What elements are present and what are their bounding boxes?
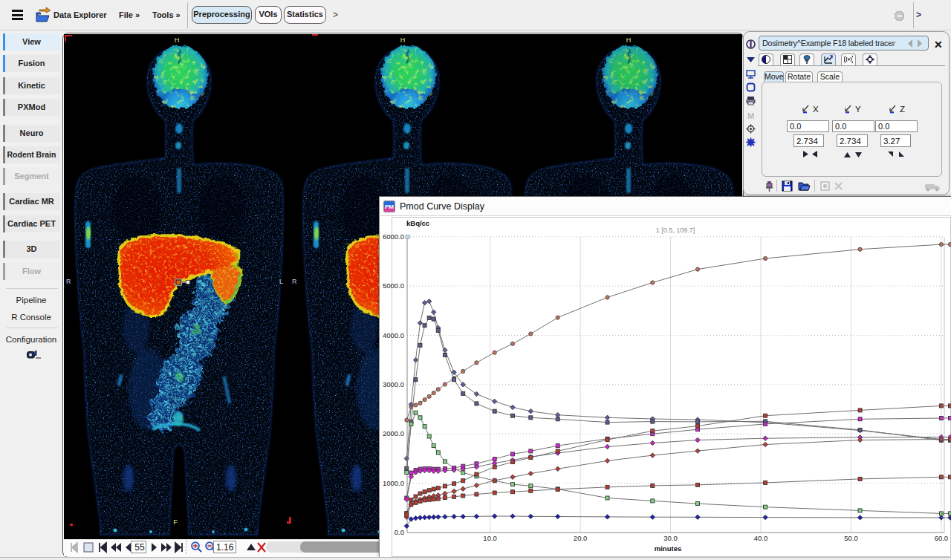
svg-text:2000.0: 2000.0 bbox=[383, 429, 404, 437]
svg-text:10.0: 10.0 bbox=[483, 534, 497, 542]
svg-text:60.0: 60.0 bbox=[935, 534, 949, 542]
svg-text:30.0: 30.0 bbox=[663, 534, 678, 542]
svg-text:minutes: minutes bbox=[655, 544, 681, 553]
svg-text:F: F bbox=[173, 518, 178, 526]
svg-text:PM: PM bbox=[385, 204, 394, 210]
svg-text:H: H bbox=[175, 36, 180, 44]
svg-text:50.0: 50.0 bbox=[844, 534, 858, 542]
svg-text:40.0: 40.0 bbox=[754, 534, 768, 542]
svg-text:1 [0.5, 109.7]: 1 [0.5, 109.7] bbox=[656, 227, 695, 234]
svg-text:1000.0: 1000.0 bbox=[383, 479, 404, 487]
svg-text:3000.0: 3000.0 bbox=[383, 380, 404, 388]
svg-text:R: R bbox=[292, 278, 297, 285]
svg-text:6000.0: 6000.0 bbox=[383, 232, 404, 241]
svg-text:R: R bbox=[66, 278, 71, 285]
svg-text:L: L bbox=[279, 278, 283, 285]
svg-text:4000.0: 4000.0 bbox=[383, 331, 404, 339]
svg-text:0.0: 0.0 bbox=[395, 528, 404, 536]
svg-text:H: H bbox=[626, 36, 632, 44]
svg-text:20.0: 20.0 bbox=[574, 534, 588, 542]
svg-text:kBq/cc: kBq/cc bbox=[406, 219, 429, 227]
svg-text:H: H bbox=[400, 36, 406, 44]
svg-text:M: M bbox=[747, 111, 754, 120]
svg-text:5000.0: 5000.0 bbox=[383, 281, 404, 290]
